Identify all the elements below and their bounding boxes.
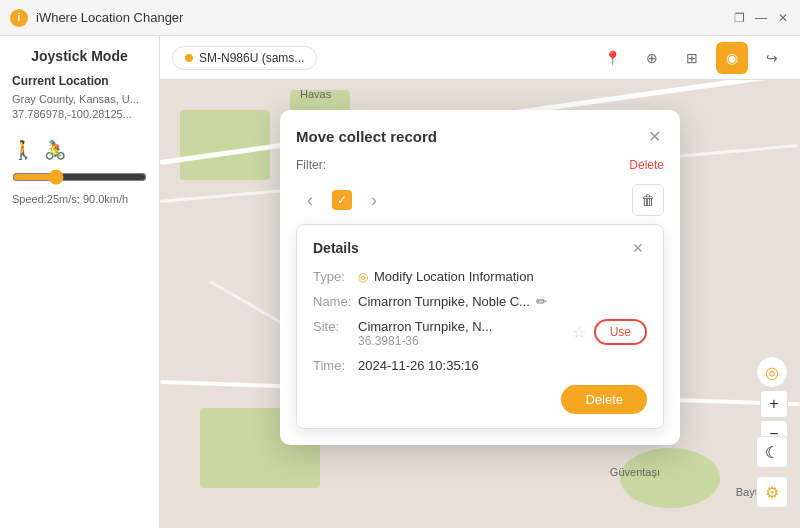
site-name: Cimarron Turnpike, N... xyxy=(358,319,558,334)
location-text: Gray County, Kansas, U... 37.786978,-100… xyxy=(12,92,147,123)
speed-slider-container: Speed:25m/s; 90.0km/h xyxy=(12,169,147,205)
type-row: Type: ◎ Modify Location Information xyxy=(313,269,647,284)
modal-close-button[interactable]: ✕ xyxy=(644,126,664,146)
prev-arrow[interactable]: ‹ xyxy=(296,186,324,214)
bike-icon[interactable]: 🚴 xyxy=(44,139,66,161)
device-status-dot xyxy=(185,54,193,62)
time-label: Time: xyxy=(313,358,358,373)
name-row: Name: Cimarron Turnpike, Noble C... ✏ xyxy=(313,294,647,309)
device-name: SM-N986U (sams... xyxy=(199,51,304,65)
name-text: Cimarron Turnpike, Noble C... xyxy=(358,294,530,309)
modal-record-header: Move collect record ✕ xyxy=(296,126,664,146)
route-icon[interactable]: ⊕ xyxy=(636,42,668,74)
record-checkbox[interactable]: ✓ xyxy=(332,190,352,210)
details-header: Details ✕ xyxy=(313,239,647,257)
location-line1: Gray County, Kansas, U... xyxy=(12,93,139,105)
site-coords: 36.3981-36 xyxy=(358,334,558,348)
walk-icon[interactable]: 🚶 xyxy=(12,139,34,161)
site-value: Cimarron Turnpike, N... 36.3981-36 ☆ Use xyxy=(358,319,647,348)
site-text-container: Cimarron Turnpike, N... 36.3981-36 xyxy=(358,319,558,348)
name-value: Cimarron Turnpike, Noble C... ✏ xyxy=(358,294,647,309)
modal-record-title: Move collect record xyxy=(296,128,437,145)
details-title: Details xyxy=(313,240,359,256)
maximize-button[interactable]: — xyxy=(754,11,768,25)
location-type-icon: ◎ xyxy=(358,270,368,284)
modal-overlay: Move collect record ✕ Filter: Delete ‹ ✓… xyxy=(160,80,800,528)
star-icon[interactable]: ☆ xyxy=(572,323,586,342)
current-location-label: Current Location xyxy=(12,74,147,88)
app-title: iWhere Location Changer xyxy=(36,10,732,25)
close-button[interactable]: ✕ xyxy=(776,11,790,25)
move-collect-record-modal: Move collect record ✕ Filter: Delete ‹ ✓… xyxy=(280,110,680,445)
site-actions: ☆ Use xyxy=(572,319,647,345)
location-line2: 37.786978,-100.28125... xyxy=(12,108,132,120)
time-value: 2024-11-26 10:35:16 xyxy=(358,358,647,373)
device-chip[interactable]: SM-N986U (sams... xyxy=(172,46,317,70)
title-bar: i iWhere Location Changer ❐ — ✕ xyxy=(0,0,800,36)
export-icon[interactable]: ↪ xyxy=(756,42,788,74)
filter-row: Filter: Delete xyxy=(296,158,664,172)
main-content: Joystick Mode Current Location Gray Coun… xyxy=(0,36,800,528)
joystick-icon[interactable]: ◉ xyxy=(716,42,748,74)
type-text: Modify Location Information xyxy=(374,269,534,284)
filter-label: Filter: xyxy=(296,158,326,172)
delete-btn-container: Delete xyxy=(313,385,647,414)
details-modal: Details ✕ Type: ◎ Modify Location Inform… xyxy=(296,224,664,429)
app-icon: i xyxy=(10,9,28,27)
details-close-button[interactable]: ✕ xyxy=(629,239,647,257)
toolbar-icons: 📍 ⊕ ⊞ ◉ ↪ xyxy=(596,42,788,74)
trash-icon: 🗑 xyxy=(641,192,655,208)
site-label: Site: xyxy=(313,319,358,334)
name-label: Name: xyxy=(313,294,358,309)
device-bar: SM-N986U (sams... 📍 ⊕ ⊞ ◉ ↪ xyxy=(160,36,800,80)
type-label: Type: xyxy=(313,269,358,284)
time-text: 2024-11-26 10:35:16 xyxy=(358,358,479,373)
record-nav: ‹ ✓ › 🗑 xyxy=(296,184,664,216)
left-panel: Joystick Mode Current Location Gray Coun… xyxy=(0,36,160,528)
site-row: Site: Cimarron Turnpike, N... 36.3981-36… xyxy=(313,319,647,348)
transport-row: 🚶 🚴 xyxy=(12,139,147,161)
time-row: Time: 2024-11-26 10:35:16 xyxy=(313,358,647,373)
joystick-mode-title: Joystick Mode xyxy=(12,48,147,64)
speed-slider[interactable] xyxy=(12,169,147,185)
minimize-button[interactable]: ❐ xyxy=(732,11,746,25)
speed-text: Speed:25m/s; 90.0km/h xyxy=(12,193,147,205)
use-button[interactable]: Use xyxy=(594,319,647,345)
next-arrow[interactable]: › xyxy=(360,186,388,214)
location-pin-icon[interactable]: 📍 xyxy=(596,42,628,74)
window-controls[interactable]: ❐ — ✕ xyxy=(732,11,790,25)
type-value: ◎ Modify Location Information xyxy=(358,269,647,284)
delete-main-button[interactable]: Delete xyxy=(561,385,647,414)
edit-icon[interactable]: ✏ xyxy=(536,294,547,309)
delete-link[interactable]: Delete xyxy=(629,158,664,172)
multi-route-icon[interactable]: ⊞ xyxy=(676,42,708,74)
delete-icon-button[interactable]: 🗑 xyxy=(632,184,664,216)
